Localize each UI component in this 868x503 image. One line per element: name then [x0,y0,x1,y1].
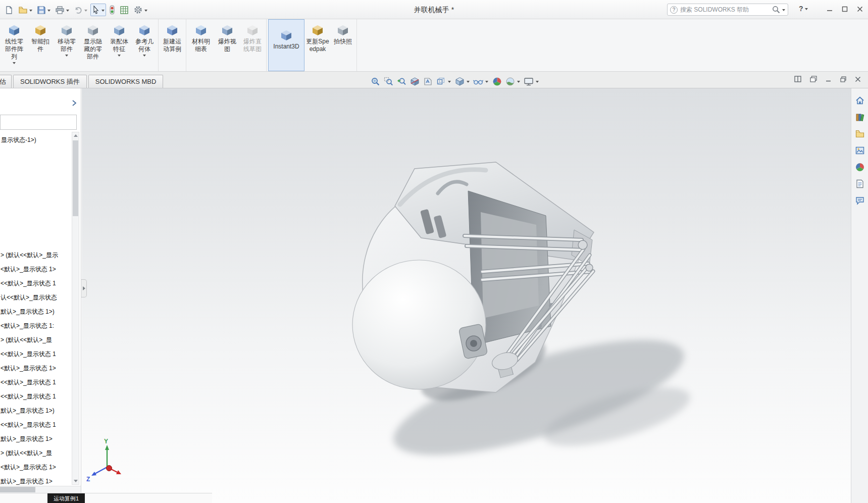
file-explorer-icon[interactable] [854,128,866,140]
scroll-down-icon[interactable] [74,480,78,482]
tree-item[interactable]: > (默认<<默认>_显 [1,333,72,347]
doc-minimize-icon[interactable] [826,76,832,82]
undo-icon[interactable] [72,4,89,17]
tree-filter-box[interactable] [0,115,77,130]
view-settings-dropdown-icon[interactable] [536,81,539,83]
view-settings-icon[interactable] [523,76,534,87]
tree-item[interactable]: 默认>_显示状态 1> [1,432,72,446]
display-style-dropdown-icon[interactable] [467,81,470,83]
print-icon[interactable] [54,4,71,17]
scrollbar-thumb[interactable] [73,140,78,216]
search-box[interactable]: ? [667,4,788,16]
close-icon[interactable] [857,6,863,12]
orientation-triad[interactable]: Y Z [86,437,146,492]
ribbon-button[interactable]: 新建运动算例 [160,19,186,71]
tree-item[interactable]: > (默认<<默认>_显 [1,446,72,460]
view-palette-icon[interactable] [854,144,866,157]
design-table-icon[interactable] [118,4,130,17]
ribbon-button[interactable]: 拍快照 [331,19,357,71]
help-menu[interactable]: ? [799,5,808,13]
options-gear-icon[interactable] [132,3,149,17]
tree-item[interactable]: <<默认>_显示状态 1 [1,418,72,432]
view-orientation-icon[interactable] [435,76,446,87]
forum-icon[interactable] [854,194,866,207]
ribbon-button[interactable]: 装配体特征 [106,19,132,71]
appearances-icon[interactable] [854,161,866,173]
undo-dropdown-icon[interactable] [84,10,87,12]
save-icon[interactable] [35,4,52,17]
ribbon-button[interactable]: Instant3D [268,19,304,71]
selection-filter-icon[interactable] [108,3,117,17]
dynamic-annotation-views-icon[interactable] [422,76,433,87]
print-dropdown-icon[interactable] [66,10,69,12]
panel-expand-icon[interactable] [72,99,77,109]
commandmanager-tab[interactable]: SOLIDWORKS MBD [88,75,164,88]
select-tool-dropdown-icon[interactable] [101,10,105,12]
display-style-icon[interactable] [454,76,465,87]
view-orientation-dropdown-icon[interactable] [448,81,451,83]
motion-study-tab[interactable]: 运动算例1 [47,493,85,503]
tree-item[interactable]: <默认>_显示状态 1> [1,262,72,276]
tree-item[interactable]: <默认>_显示状态 1> [1,460,72,474]
tree-item[interactable]: <<默认>_显示状态 1 [1,347,72,361]
ribbon-button[interactable]: 更新Speedpak [304,19,331,71]
ribbon-button[interactable]: 参考几何体 [132,19,159,71]
ribbon-button[interactable]: 移动零部件 [54,19,80,71]
graphics-area[interactable]: Y Z [82,88,851,503]
tree-item[interactable]: > (默认<<默认>_显示 [1,248,72,262]
maximize-icon[interactable] [842,6,848,12]
cascade-windows-icon[interactable] [810,76,817,82]
panel-collapse-handle[interactable] [81,279,87,297]
split-view-icon[interactable] [794,76,801,82]
hide-show-items-dropdown-icon[interactable] [485,81,488,83]
minimize-icon[interactable] [827,6,833,12]
document-window-controls [794,76,861,82]
tree-item[interactable]: <<默认>_显示状态 1 [1,389,72,404]
tree-item[interactable]: <<默认>_显示状态 1 [1,375,72,389]
doc-restore-icon[interactable] [840,76,846,82]
tree-item[interactable]: <默认>_显示状态 1> [1,361,72,375]
open-icon[interactable] [17,4,34,17]
ribbon-button[interactable]: 智能扣件 [27,19,54,71]
search-input[interactable] [680,6,772,13]
design-library-icon[interactable] [854,111,866,123]
apply-scene-icon[interactable] [504,76,516,87]
tree-vertical-scrollbar[interactable] [72,132,79,485]
hide-show-items-icon[interactable] [473,76,484,87]
tree-item[interactable]: <默认>_显示状态 1: [1,319,72,333]
tree-horizontal-scrollbar[interactable] [0,486,81,493]
new-document-icon[interactable] [3,4,15,17]
commandmanager-tab[interactable]: SOLIDWORKS 插件 [13,75,87,88]
ribbon-button[interactable]: 显示隐藏的零部件 [80,19,106,71]
robot-dome[interactable] [352,260,486,389]
section-view-icon[interactable] [409,76,420,87]
help-dropdown-icon[interactable] [805,8,808,10]
doc-close-icon[interactable] [855,76,861,82]
home-icon[interactable] [854,94,866,107]
options-dropdown-icon[interactable] [144,10,147,12]
edit-appearance-icon[interactable] [491,76,502,87]
save-dropdown-icon[interactable] [47,10,50,12]
ribbon-button[interactable]: 材料明细表 [188,19,214,71]
search-dropdown-icon[interactable] [782,9,785,11]
ribbon-button[interactable]: 爆炸直线草图 [240,19,267,71]
tree-item[interactable]: 默认>_显示状态 1>) [1,305,72,319]
ribbon-button[interactable]: 线性零部件阵列 [1,19,27,71]
search-icon[interactable] [772,5,781,14]
tree-item[interactable]: <<默认>_显示状态 1 [1,276,72,290]
zoom-to-area-icon[interactable] [383,76,394,87]
open-dropdown-icon[interactable] [29,10,32,12]
apply-scene-dropdown-icon[interactable] [517,81,520,83]
tree-item[interactable]: 认<<默认>_显示状态 [1,290,72,305]
commandmanager-tab[interactable]: 估 [0,75,12,88]
custom-properties-icon[interactable] [854,178,866,190]
scrollbar-thumb[interactable] [0,487,35,492]
previous-view-icon[interactable] [396,76,407,87]
scroll-up-icon[interactable] [74,134,78,137]
tree-root-item[interactable]: 显示状态-1>) [1,136,36,144]
select-tool-icon[interactable] [90,4,106,16]
tree-item[interactable]: 默认>_显示状态 1>) [1,404,72,418]
zoom-to-fit-icon[interactable] [370,76,381,87]
ribbon-button[interactable]: 爆炸视图 [214,19,240,71]
model-parallel-robot[interactable] [82,88,851,503]
